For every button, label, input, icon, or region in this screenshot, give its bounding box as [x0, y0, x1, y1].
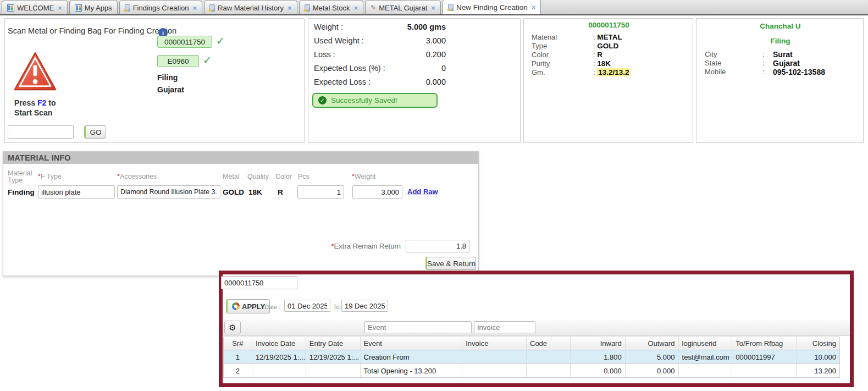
tab-new-finding-creation[interactable]: New Finding Creation× [443, 0, 541, 14]
tab-close-icon[interactable]: × [58, 4, 62, 12]
weight-row: Used Weight :3.000 [314, 36, 446, 45]
worker-row-value: Surat [773, 50, 793, 59]
press-word: Press [14, 98, 35, 107]
tab-my-apps[interactable]: My Apps [69, 1, 118, 14]
tab-close-icon[interactable]: × [193, 4, 197, 12]
grid-cell: 0000011997 [732, 350, 797, 364]
grid-header-cell[interactable]: loginuserid [679, 337, 733, 350]
f2-key: F2 [37, 98, 46, 107]
tab-bar: WELCOME×My AppsFindings Creation×Raw Mat… [0, 0, 868, 15]
metal-row-value: 18K [597, 59, 611, 68]
app-root: WELCOME×My AppsFindings Creation×Raw Mat… [0, 0, 868, 391]
grid-header-cell[interactable]: Code [527, 337, 571, 350]
tab-close-icon[interactable]: × [431, 4, 435, 12]
tab-label: METAL Gujarat [379, 4, 427, 12]
tab-label: Findings Creation [133, 4, 189, 12]
apps-grid-icon [75, 4, 82, 12]
tab-label: WELCOME [17, 4, 54, 12]
material-info-title: MATERIAL INFO [3, 152, 478, 164]
tab-welcome[interactable]: WELCOME× [2, 1, 68, 14]
grid-header-cell[interactable]: Inward [571, 337, 626, 350]
pencil-icon: ✎ [371, 4, 376, 12]
weight-row: Weight :5.000 gms [314, 23, 446, 31]
colon: : [762, 50, 773, 59]
tab-metal-stock[interactable]: Metal Stock× [299, 1, 364, 14]
weight-row-label: Expected Loss : [314, 78, 371, 86]
metal-row-value: METAL [597, 33, 622, 41]
weight-row-value: 0.200 [426, 50, 446, 59]
scanned-bag-number: 0000011750 [157, 36, 212, 48]
metal-row-value: 13.2/13.2 [597, 68, 630, 76]
grid-row[interactable]: 2Total Opening - 13.2000.0000.00013.200 [223, 364, 840, 378]
tab-label: New Finding Creation [456, 3, 528, 12]
grid-header-cell[interactable]: Entry Date [306, 337, 361, 350]
weight-row-label: Expected Loss (%) : [314, 64, 385, 73]
grid-cell [732, 364, 797, 377]
press-f2-line: Press F2 to [14, 98, 56, 107]
row-quality: 18K [248, 188, 262, 196]
metal-row: Material: METAL [532, 33, 622, 41]
accessories-input[interactable] [117, 185, 220, 199]
grid-cell: 1 [224, 350, 252, 364]
worker-detail-panel: Chanchal U Filing City:SuratState:Gujara… [696, 18, 864, 143]
metal-detail-panel: 0000011750 Material: METALType: GOLDColo… [523, 18, 693, 143]
colon: : [593, 68, 597, 76]
worker-name: Chanchal U [696, 22, 864, 30]
tab-label: My Apps [85, 4, 112, 12]
event-filter-input[interactable] [364, 321, 472, 333]
pcs-input[interactable] [297, 185, 344, 199]
tab-close-icon[interactable]: × [288, 4, 292, 12]
success-check-icon: ✓ [318, 96, 327, 104]
weight-row: Loss :0.200 [314, 50, 446, 59]
weight-row-value: 0 [441, 64, 446, 73]
weight-input[interactable] [352, 185, 402, 199]
grid-header-cell[interactable]: Closing [797, 337, 839, 350]
grid-header-cell[interactable]: Outward [626, 337, 679, 350]
worker-dept: Filing [696, 37, 864, 45]
tab-label: Metal Stock [313, 4, 350, 12]
history-bag-input[interactable] [221, 276, 297, 289]
weight-row-value: 3.000 [426, 36, 446, 45]
colon: : [762, 68, 773, 76]
metal-row-label: Material [532, 33, 593, 41]
date-to-input[interactable] [341, 300, 388, 312]
weight-row: Expected Loss :0.000 [314, 78, 446, 86]
row-material-type: Finding [8, 188, 35, 196]
grid-cell [527, 350, 571, 364]
tab-raw-material-history[interactable]: Raw Material History× [204, 1, 297, 14]
grid-cell [462, 350, 527, 364]
metal-row-label: Purity [532, 59, 593, 68]
metal-row-label: Gm. [532, 68, 593, 76]
start-scan-line: Start Scan [14, 108, 52, 117]
colon: : [593, 51, 597, 59]
page-icon [305, 4, 310, 12]
grid-cell: 0.000 [571, 364, 626, 377]
tab-close-icon[interactable]: × [532, 3, 536, 12]
apply-button[interactable]: APPLY [226, 299, 270, 313]
col-metal: Metal [223, 173, 240, 180]
save-return-button[interactable]: Save & Return [425, 257, 476, 270]
go-button[interactable]: GO [84, 125, 106, 139]
invoice-filter-input[interactable] [474, 321, 535, 333]
add-raw-link[interactable]: Add Raw [407, 188, 438, 196]
metal-row: Purity: 18K [532, 59, 611, 68]
tab-close-icon[interactable]: × [354, 4, 358, 12]
scan-input[interactable] [8, 125, 74, 139]
date-from-input[interactable] [284, 300, 330, 312]
tab-metal-gujarat[interactable]: ✎METAL Gujarat× [365, 1, 441, 14]
col-color: Color [275, 173, 292, 180]
grid-header-cell[interactable]: Event [361, 337, 463, 350]
f-type-input[interactable] [38, 185, 115, 199]
metal-row: Color: R [532, 51, 602, 59]
row-color: R [278, 188, 283, 196]
extra-remain-input[interactable] [406, 240, 469, 252]
grid-cell: 12/19/2025 1:... [252, 350, 306, 364]
grid-header-cell[interactable]: Invoice Date [252, 337, 306, 350]
grid-header-cell[interactable]: Sr# [224, 337, 252, 350]
gear-button[interactable]: ⚙ [224, 321, 241, 334]
page-icon [448, 4, 454, 11]
grid-header-cell[interactable]: Invoice [462, 337, 527, 350]
tab-findings-creation[interactable]: Findings Creation× [119, 1, 202, 14]
grid-header-cell[interactable]: To/From Rfbag [732, 337, 797, 350]
grid-row[interactable]: 112/19/2025 1:...12/19/2025 1:...Creatio… [223, 350, 840, 364]
